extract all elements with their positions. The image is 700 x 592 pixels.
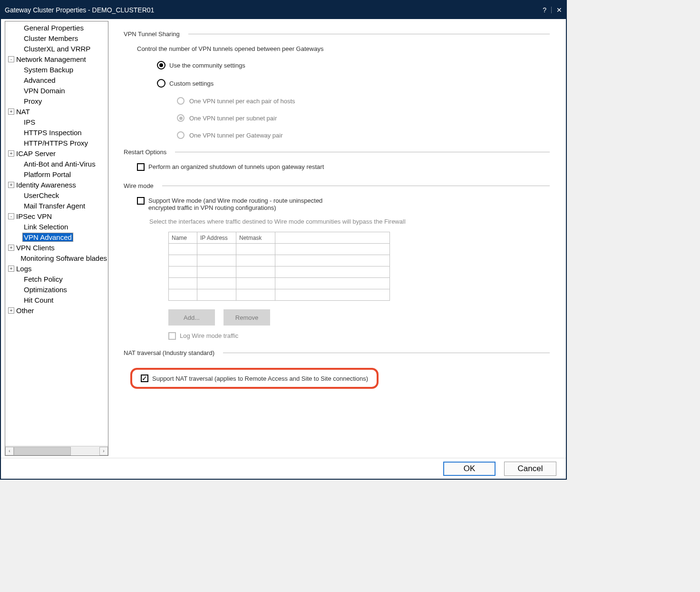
tree-label: HTTP/HTTPS Proxy: [23, 139, 89, 147]
scroll-track[interactable]: [14, 447, 99, 455]
tree-item[interactable]: +Identity Awareness: [5, 179, 108, 190]
tree-spacer: [16, 234, 22, 240]
checkbox-label: Perform an organized shutdown of tunnels…: [148, 163, 324, 170]
expand-icon[interactable]: +: [8, 266, 14, 272]
nav-sidebar: General PropertiesCluster MembersCluster…: [5, 21, 108, 456]
tree-label: Advanced: [23, 76, 57, 84]
tree-item[interactable]: IPS: [5, 117, 108, 127]
tree-item[interactable]: UserCheck: [5, 190, 108, 200]
tree-item[interactable]: +VPN Clients: [5, 242, 108, 253]
chk-log-wire-mode: Log Wire mode traffic: [168, 332, 550, 340]
scroll-thumb[interactable]: [14, 447, 71, 455]
help-icon[interactable]: ?: [543, 6, 546, 14]
table-row[interactable]: [169, 289, 390, 301]
tree-label: Link Selection: [23, 223, 69, 231]
nav-tree[interactable]: General PropertiesCluster MembersCluster…: [5, 21, 108, 446]
checkbox-icon[interactable]: [141, 375, 148, 382]
expand-icon[interactable]: +: [8, 182, 14, 188]
close-icon[interactable]: ✕: [556, 6, 562, 14]
tree-item[interactable]: Proxy: [5, 96, 108, 106]
radio-per-gateway-pair: One VPN tunnel per Gateway pair: [177, 131, 550, 139]
radio-use-community[interactable]: Use the community settings: [157, 61, 550, 69]
expand-icon[interactable]: +: [8, 109, 14, 115]
checkbox-label: Support NAT traversal (applies to Remote…: [152, 375, 368, 382]
tree-label: Optimizations: [23, 286, 68, 294]
tree-item[interactable]: Cluster Members: [5, 33, 108, 43]
radio-label: One VPN tunnel per Gateway pair: [189, 132, 283, 139]
titlebar: Gateway Cluster Properties - DEMO_CLUSTE…: [1, 1, 566, 19]
collapse-icon[interactable]: -: [8, 213, 14, 219]
tree-label: ICAP Server: [15, 149, 57, 158]
tree-label: IPSec VPN: [15, 212, 53, 220]
tree-item[interactable]: +Other: [5, 305, 108, 316]
tree-item[interactable]: Link Selection: [5, 221, 108, 232]
tree-item[interactable]: +Logs: [5, 263, 108, 274]
h-scrollbar[interactable]: ‹ ›: [5, 446, 108, 455]
tree-item[interactable]: VPN Domain: [5, 85, 108, 96]
tree-label: UserCheck: [23, 191, 60, 199]
tree-item[interactable]: Mail Transfer Agent: [5, 200, 108, 211]
tree-item[interactable]: HTTPS Inspection: [5, 127, 108, 138]
radio-icon: [177, 114, 185, 122]
tree-spacer: [16, 119, 22, 125]
col-ip: IP Address: [197, 232, 236, 244]
tree-spacer: [16, 77, 22, 83]
content-pane: VPN Tunnel Sharing Control the number of…: [109, 19, 566, 458]
ok-button[interactable]: OK: [443, 462, 496, 476]
tree-label: Network Management: [15, 55, 87, 63]
expand-icon[interactable]: +: [8, 307, 14, 314]
collapse-icon[interactable]: -: [8, 56, 14, 62]
tree-item[interactable]: Monitoring Software blades: [5, 253, 108, 263]
tree-item[interactable]: System Backup: [5, 64, 108, 75]
tree-spacer: [16, 88, 22, 94]
radio-per-host-pair: One VPN tunnel per each pair of hosts: [177, 97, 550, 105]
tree-item[interactable]: -IPSec VPN: [5, 211, 108, 221]
window-title: Gateway Cluster Properties - DEMO_CLUSTE…: [5, 6, 154, 14]
tree-label: Fetch Policy: [23, 275, 64, 283]
tree-label: Hit Count: [23, 296, 55, 304]
add-button: Add...: [168, 309, 215, 326]
table-row[interactable]: [169, 255, 390, 266]
tree-label: ClusterXL and VRRP: [23, 45, 91, 53]
radio-custom-settings[interactable]: Custom settings: [157, 79, 550, 88]
tree-item[interactable]: Platform Portal: [5, 169, 108, 179]
radio-icon: [157, 61, 165, 69]
tree-item[interactable]: Hit Count: [5, 295, 108, 305]
tree-item[interactable]: -Network Management: [5, 54, 108, 64]
tree-item[interactable]: ClusterXL and VRRP: [5, 43, 108, 54]
tree-item[interactable]: Optimizations: [5, 284, 108, 295]
dialog-window: Gateway Cluster Properties - DEMO_CLUSTE…: [0, 0, 567, 480]
table-row[interactable]: [169, 244, 390, 255]
tree-spacer: [16, 224, 22, 230]
tree-label: Anti-Bot and Anti-Virus: [23, 160, 97, 168]
tree-item[interactable]: General Properties: [5, 22, 108, 33]
tree-spacer: [16, 192, 22, 198]
chk-organized-shutdown[interactable]: Perform an organized shutdown of tunnels…: [137, 163, 550, 171]
table-row[interactable]: [169, 266, 390, 278]
tree-spacer: [16, 140, 22, 146]
expand-icon[interactable]: +: [8, 245, 14, 251]
tree-spacer: [16, 276, 22, 282]
tree-label: IPS: [23, 118, 36, 126]
cancel-button[interactable]: Cancel: [504, 462, 556, 476]
section-label: NAT traversal (Industry standard): [124, 349, 214, 356]
section-label: VPN Tunnel Sharing: [124, 30, 180, 38]
scroll-right-icon[interactable]: ›: [99, 447, 108, 455]
section-wire-mode: Wire mode: [124, 182, 550, 189]
tree-item[interactable]: Anti-Bot and Anti-Virus: [5, 158, 108, 169]
scroll-left-icon[interactable]: ‹: [5, 447, 14, 455]
interfaces-table: Name IP Address Netmask: [168, 232, 390, 301]
tree-item[interactable]: Advanced: [5, 75, 108, 85]
tree-item[interactable]: +NAT: [5, 106, 108, 117]
tree-item[interactable]: Fetch Policy: [5, 274, 108, 284]
chk-support-wire-mode[interactable]: Support Wire mode (and Wire mode routing…: [137, 197, 550, 211]
tree-spacer: [16, 67, 22, 73]
tree-item[interactable]: VPN Advanced: [5, 232, 108, 242]
table-row[interactable]: [169, 278, 390, 289]
tree-item[interactable]: +ICAP Server: [5, 148, 108, 158]
expand-icon[interactable]: +: [8, 150, 14, 157]
tree-item[interactable]: HTTP/HTTPS Proxy: [5, 138, 108, 148]
section-rule: [162, 186, 550, 186]
tree-label: Cluster Members: [23, 34, 79, 42]
tree-spacer: [16, 129, 22, 136]
